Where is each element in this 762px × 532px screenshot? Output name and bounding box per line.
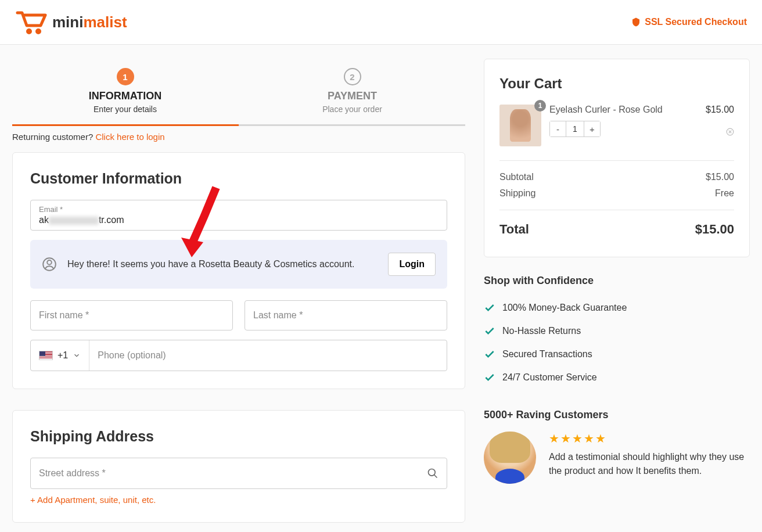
item-name: Eyelash Curler - Rose Gold bbox=[549, 105, 698, 115]
step-information[interactable]: 1 INFORMATION Enter your details bbox=[12, 59, 238, 120]
country-code-select[interactable]: +1 bbox=[31, 340, 89, 371]
qty-badge: 1 bbox=[534, 100, 546, 112]
star-rating: ★★★★★ bbox=[549, 432, 750, 445]
us-flag-icon bbox=[39, 351, 53, 360]
testimonial-text: Add a testimonial should highlight why t… bbox=[549, 450, 750, 478]
shield-icon bbox=[631, 17, 641, 27]
avatar bbox=[484, 432, 536, 484]
search-icon bbox=[427, 468, 438, 479]
raving-heading: 5000+ Raving Customers bbox=[484, 409, 750, 421]
logo-text: minimalist bbox=[52, 13, 127, 31]
login-button[interactable]: Login bbox=[388, 253, 436, 276]
header: minimalist SSL Secured Checkout bbox=[0, 0, 762, 45]
email-field[interactable]: Email * aktr.com bbox=[30, 200, 447, 231]
total-row: Total$15.00 bbox=[499, 210, 734, 237]
first-name-field[interactable]: First name * bbox=[30, 300, 233, 330]
cart-icon bbox=[15, 9, 48, 35]
item-image: 1 bbox=[499, 105, 541, 146]
chevron-down-icon bbox=[73, 351, 81, 360]
cart-card: Your Cart 1 Eyelash Curler - Rose Gold -… bbox=[484, 59, 750, 257]
step-number: 1 bbox=[117, 68, 134, 85]
svg-point-3 bbox=[47, 260, 52, 265]
street-field[interactable]: Street address * bbox=[30, 458, 447, 489]
last-name-field[interactable]: Last name * bbox=[245, 300, 447, 330]
checkout-steps: 1 INFORMATION Enter your details 2 PAYME… bbox=[12, 59, 465, 120]
quantity-stepper: - 1 + bbox=[549, 121, 601, 137]
customer-heading: Customer Information bbox=[30, 170, 447, 187]
customer-info-card: Customer Information Email * aktr.com He… bbox=[12, 152, 465, 389]
check-icon bbox=[484, 302, 495, 314]
conf-item: Secured Transactions bbox=[484, 343, 750, 366]
qty-increase-button[interactable]: + bbox=[584, 121, 600, 136]
qty-value: 1 bbox=[566, 121, 584, 136]
add-apartment-link[interactable]: + Add Apartment, suite, unit, etc. bbox=[30, 495, 447, 505]
testimonial: ★★★★★ Add a testimonial should highlight… bbox=[484, 432, 750, 484]
confidence-section: Shop with Confidence 100% Money-Back Gua… bbox=[484, 275, 750, 389]
cart-heading: Your Cart bbox=[499, 76, 734, 92]
close-icon bbox=[726, 128, 734, 136]
qty-decrease-button[interactable]: - bbox=[550, 121, 566, 136]
progress-bar bbox=[12, 124, 465, 126]
conf-item: No-Hassle Returns bbox=[484, 319, 750, 343]
conf-item: 24/7 Customer Service bbox=[484, 366, 750, 389]
phone-field[interactable]: +1 Phone (optional) bbox=[30, 340, 447, 371]
svg-point-4 bbox=[429, 469, 436, 476]
check-icon bbox=[484, 325, 495, 337]
login-link[interactable]: Click here to login bbox=[95, 132, 164, 142]
returning-customer: Returning customer? Click here to login bbox=[12, 132, 465, 142]
step-payment[interactable]: 2 PAYMENT Place your order bbox=[239, 59, 465, 120]
remove-item-button[interactable] bbox=[706, 128, 734, 138]
step-number: 2 bbox=[344, 68, 361, 85]
logo[interactable]: minimalist bbox=[15, 9, 127, 35]
item-price: $15.00 bbox=[706, 105, 734, 115]
svg-point-1 bbox=[37, 30, 40, 33]
shipping-row: ShippingFree bbox=[499, 185, 734, 202]
conf-item: 100% Money-Back Guarantee bbox=[484, 296, 750, 319]
subtotal-row: Subtotal$15.00 bbox=[499, 169, 734, 185]
check-icon bbox=[484, 372, 495, 383]
svg-point-0 bbox=[28, 30, 31, 33]
check-icon bbox=[484, 348, 495, 360]
cart-item: 1 Eyelash Curler - Rose Gold - 1 + $15.0… bbox=[499, 105, 734, 161]
shipping-card: Shipping Address Street address * + Add … bbox=[12, 410, 465, 523]
user-icon bbox=[42, 257, 57, 272]
ssl-badge: SSL Secured Checkout bbox=[631, 17, 747, 27]
shipping-heading: Shipping Address bbox=[30, 428, 447, 445]
account-notice: Hey there! It seems you have a Rosetta B… bbox=[30, 240, 447, 289]
